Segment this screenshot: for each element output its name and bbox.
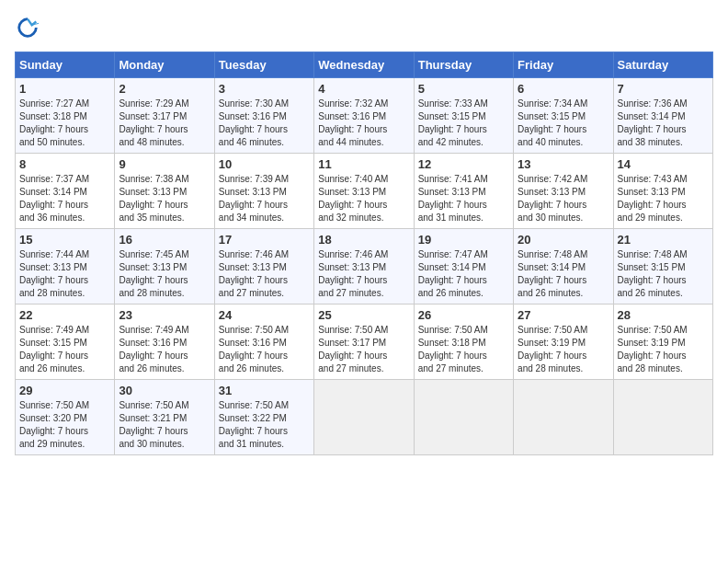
day-number: 25 (318, 308, 409, 322)
day-cell: 21Sunrise: 7:48 AMSunset: 3:15 PMDayligh… (613, 229, 712, 304)
day-cell: 8Sunrise: 7:37 AMSunset: 3:14 PMDaylight… (16, 154, 115, 229)
day-cell: 13Sunrise: 7:42 AMSunset: 3:13 PMDayligh… (514, 154, 613, 229)
day-info: Sunrise: 7:50 AMSunset: 3:21 PMDaylight:… (119, 399, 210, 451)
day-cell: 10Sunrise: 7:39 AMSunset: 3:13 PMDayligh… (214, 154, 313, 229)
day-cell: 11Sunrise: 7:40 AMSunset: 3:13 PMDayligh… (314, 154, 414, 229)
day-number: 11 (318, 157, 409, 171)
calendar-table: SundayMondayTuesdayWednesdayThursdayFrid… (15, 52, 713, 455)
day-info: Sunrise: 7:33 AMSunset: 3:15 PMDaylight:… (418, 98, 509, 149)
day-info: Sunrise: 7:40 AMSunset: 3:13 PMDaylight:… (318, 173, 409, 224)
day-cell: 18Sunrise: 7:46 AMSunset: 3:13 PMDayligh… (314, 229, 414, 304)
day-cell: 25Sunrise: 7:50 AMSunset: 3:17 PMDayligh… (314, 304, 414, 380)
day-info: Sunrise: 7:32 AMSunset: 3:16 PMDaylight:… (318, 98, 409, 149)
day-info: Sunrise: 7:37 AMSunset: 3:14 PMDaylight:… (19, 173, 110, 224)
day-number: 9 (119, 157, 210, 171)
day-number: 30 (119, 384, 210, 397)
day-number: 21 (618, 233, 709, 247)
day-number: 8 (19, 157, 110, 171)
day-cell: 2Sunrise: 7:29 AMSunset: 3:17 PMDaylight… (115, 78, 214, 154)
day-info: Sunrise: 7:47 AMSunset: 3:14 PMDaylight:… (418, 248, 509, 300)
day-info: Sunrise: 7:50 AMSunset: 3:17 PMDaylight:… (318, 324, 409, 375)
day-cell: 16Sunrise: 7:45 AMSunset: 3:13 PMDayligh… (115, 229, 214, 304)
day-cell: 20Sunrise: 7:48 AMSunset: 3:14 PMDayligh… (514, 229, 613, 304)
day-info: Sunrise: 7:41 AMSunset: 3:13 PMDaylight:… (418, 173, 509, 224)
day-cell: 9Sunrise: 7:38 AMSunset: 3:13 PMDaylight… (115, 154, 214, 229)
day-cell: 23Sunrise: 7:49 AMSunset: 3:16 PMDayligh… (115, 304, 214, 380)
day-number: 1 (19, 82, 110, 96)
day-number: 5 (418, 82, 509, 96)
day-cell: 26Sunrise: 7:50 AMSunset: 3:18 PMDayligh… (414, 304, 513, 380)
header-tuesday: Tuesday (214, 52, 313, 78)
day-number: 15 (19, 233, 110, 247)
day-info: Sunrise: 7:38 AMSunset: 3:13 PMDaylight:… (119, 173, 210, 224)
day-number: 22 (19, 308, 110, 322)
day-info: Sunrise: 7:27 AMSunset: 3:18 PMDaylight:… (19, 98, 110, 149)
day-number: 12 (418, 157, 509, 171)
logo (15, 15, 44, 40)
day-cell (414, 380, 513, 455)
day-number: 27 (518, 308, 609, 322)
header-thursday: Thursday (414, 52, 513, 78)
day-info: Sunrise: 7:49 AMSunset: 3:15 PMDaylight:… (19, 324, 110, 375)
day-number: 31 (219, 384, 310, 397)
day-cell: 22Sunrise: 7:49 AMSunset: 3:15 PMDayligh… (16, 304, 115, 380)
day-info: Sunrise: 7:46 AMSunset: 3:13 PMDaylight:… (219, 248, 310, 300)
day-info: Sunrise: 7:50 AMSunset: 3:19 PMDaylight:… (518, 324, 609, 375)
header-sunday: Sunday (16, 52, 115, 78)
day-number: 3 (219, 82, 310, 96)
day-info: Sunrise: 7:50 AMSunset: 3:18 PMDaylight:… (418, 324, 509, 375)
day-cell: 4Sunrise: 7:32 AMSunset: 3:16 PMDaylight… (314, 78, 414, 154)
day-info: Sunrise: 7:46 AMSunset: 3:13 PMDaylight:… (318, 248, 409, 300)
day-number: 14 (618, 157, 709, 171)
day-info: Sunrise: 7:45 AMSunset: 3:13 PMDaylight:… (119, 248, 210, 300)
day-info: Sunrise: 7:44 AMSunset: 3:13 PMDaylight:… (19, 248, 110, 300)
day-cell: 7Sunrise: 7:36 AMSunset: 3:14 PMDaylight… (613, 78, 712, 154)
day-cell: 5Sunrise: 7:33 AMSunset: 3:15 PMDaylight… (414, 78, 513, 154)
day-number: 2 (119, 82, 210, 96)
day-info: Sunrise: 7:50 AMSunset: 3:16 PMDaylight:… (219, 324, 310, 375)
day-number: 6 (518, 82, 609, 96)
day-cell: 30Sunrise: 7:50 AMSunset: 3:21 PMDayligh… (115, 380, 214, 455)
day-info: Sunrise: 7:48 AMSunset: 3:15 PMDaylight:… (618, 248, 709, 300)
day-number: 16 (119, 233, 210, 247)
day-number: 28 (618, 308, 709, 322)
day-cell: 28Sunrise: 7:50 AMSunset: 3:19 PMDayligh… (613, 304, 712, 380)
day-cell: 12Sunrise: 7:41 AMSunset: 3:13 PMDayligh… (414, 154, 513, 229)
header-friday: Friday (514, 52, 613, 78)
day-info: Sunrise: 7:36 AMSunset: 3:14 PMDaylight:… (618, 98, 709, 149)
day-cell (314, 380, 414, 455)
day-info: Sunrise: 7:48 AMSunset: 3:14 PMDaylight:… (518, 248, 609, 300)
header-row: SundayMondayTuesdayWednesdayThursdayFrid… (16, 52, 713, 78)
day-number: 18 (318, 233, 409, 247)
header-saturday: Saturday (613, 52, 712, 78)
day-cell: 17Sunrise: 7:46 AMSunset: 3:13 PMDayligh… (214, 229, 313, 304)
header-wednesday: Wednesday (314, 52, 414, 78)
day-cell: 29Sunrise: 7:50 AMSunset: 3:20 PMDayligh… (16, 380, 115, 455)
day-cell: 14Sunrise: 7:43 AMSunset: 3:13 PMDayligh… (613, 154, 712, 229)
day-number: 17 (219, 233, 310, 247)
day-number: 13 (518, 157, 609, 171)
header-monday: Monday (115, 52, 214, 78)
day-cell: 31Sunrise: 7:50 AMSunset: 3:22 PMDayligh… (214, 380, 313, 455)
day-cell: 15Sunrise: 7:44 AMSunset: 3:13 PMDayligh… (16, 229, 115, 304)
week-row-2: 8Sunrise: 7:37 AMSunset: 3:14 PMDaylight… (16, 154, 713, 229)
day-info: Sunrise: 7:50 AMSunset: 3:20 PMDaylight:… (19, 399, 110, 451)
day-number: 23 (119, 308, 210, 322)
day-info: Sunrise: 7:34 AMSunset: 3:15 PMDaylight:… (518, 98, 609, 149)
page-header (15, 15, 713, 40)
day-number: 29 (19, 384, 110, 397)
day-cell: 1Sunrise: 7:27 AMSunset: 3:18 PMDaylight… (16, 78, 115, 154)
day-info: Sunrise: 7:39 AMSunset: 3:13 PMDaylight:… (219, 173, 310, 224)
day-number: 19 (418, 233, 509, 247)
day-info: Sunrise: 7:30 AMSunset: 3:16 PMDaylight:… (219, 98, 310, 149)
day-number: 7 (618, 82, 709, 96)
logo-icon (15, 15, 40, 40)
day-cell: 27Sunrise: 7:50 AMSunset: 3:19 PMDayligh… (514, 304, 613, 380)
week-row-4: 22Sunrise: 7:49 AMSunset: 3:15 PMDayligh… (16, 304, 713, 380)
day-cell: 19Sunrise: 7:47 AMSunset: 3:14 PMDayligh… (414, 229, 513, 304)
day-number: 26 (418, 308, 509, 322)
day-number: 4 (318, 82, 409, 96)
day-number: 20 (518, 233, 609, 247)
day-cell: 6Sunrise: 7:34 AMSunset: 3:15 PMDaylight… (514, 78, 613, 154)
week-row-3: 15Sunrise: 7:44 AMSunset: 3:13 PMDayligh… (16, 229, 713, 304)
